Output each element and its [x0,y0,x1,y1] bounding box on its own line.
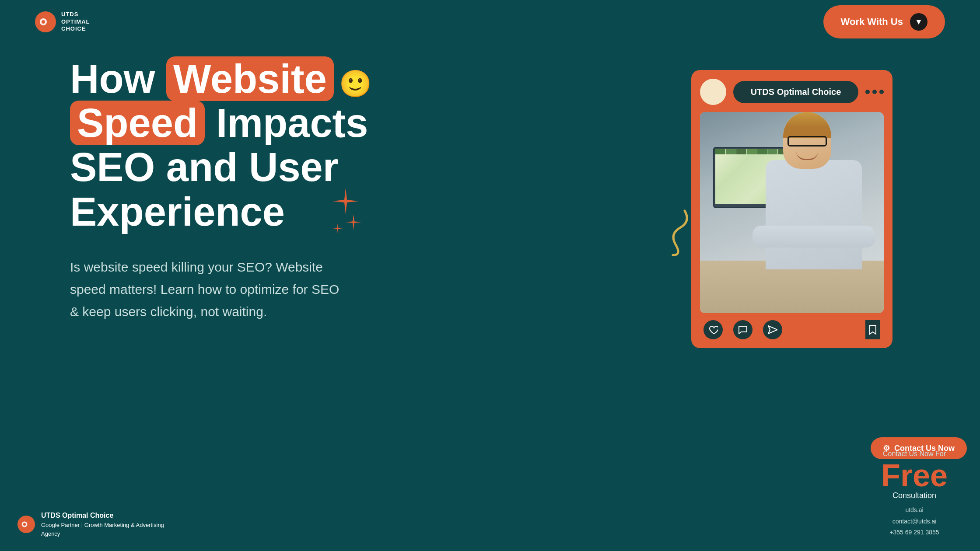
dot-3 [879,90,884,94]
heart-icon[interactable] [704,320,723,339]
bookmark-icon[interactable] [865,320,880,339]
hero-subtext: Is website speed killing your SEO? Websi… [70,256,341,323]
contact-phone: +355 69 291 3855 [858,527,971,538]
sparkle-tiny [332,223,343,235]
consultation-label: Consultation [858,491,971,500]
bottom-brand-name: UTDS Optimal Choice [41,510,164,521]
free-consult-heading: Contact Us Now For [858,450,971,458]
headline: How Website🙂 Speed Impacts SEO and User … [70,57,376,234]
card-actions [700,313,884,339]
bottom-logo-icon [18,516,35,533]
headline-website-highlight: Website [166,56,334,101]
headline-experience: Experience [70,189,285,234]
svg-point-1 [42,20,45,24]
work-with-us-button[interactable]: Work With Us ▼ [823,5,945,38]
card-avatar [700,79,726,105]
headline-impacts: Impacts [205,101,368,145]
logo-icon [35,11,56,32]
logo-area: UTDS OPTIMAL CHOICE [35,11,90,33]
send-icon[interactable] [763,320,782,339]
card-header: UTDS Optimal Choice [700,79,884,105]
bottom-tagline-2: Agency [41,530,164,538]
dot-2 [872,90,877,94]
website-url: utds.ai [858,505,971,516]
card-dots [865,90,884,94]
headline-how: How [70,56,166,101]
main-content: How Website🙂 Speed Impacts SEO and User … [70,57,376,323]
header: UTDS OPTIMAL CHOICE Work With Us ▼ [0,0,980,44]
card-action-left [704,320,782,339]
bottom-tagline-1: Google Partner | Growth Marketing & Adve… [41,521,164,530]
headline-seo: SEO and User [70,145,339,189]
bottom-branding: UTDS Optimal Choice Google Partner | Gro… [18,510,164,538]
smiley-icon: 🙂 [339,70,372,98]
bottom-brand-text: UTDS Optimal Choice Google Partner | Gro… [41,510,164,538]
logo-text: UTDS OPTIMAL CHOICE [61,11,90,33]
contact-details: utds.ai contact@utds.ai +355 69 291 3855 [858,505,971,538]
free-consultation-box: Contact Us Now For Free Consultation utd… [858,450,971,538]
arrow-down-icon: ▼ [910,13,928,31]
free-text: Free [858,460,971,491]
svg-point-3 [23,523,26,525]
card-image [700,112,884,313]
instagram-card: UTDS Optimal Choice [691,70,892,348]
contact-email: contact@utds.ai [858,516,971,527]
dot-1 [865,90,870,94]
work-with-us-label: Work With Us [841,16,903,28]
sparkle-small [346,214,361,232]
card-username: UTDS Optimal Choice [733,81,858,103]
sparkle-large [332,188,359,216]
headline-speed-highlight: Speed [70,101,205,145]
comment-icon[interactable] [733,320,752,339]
